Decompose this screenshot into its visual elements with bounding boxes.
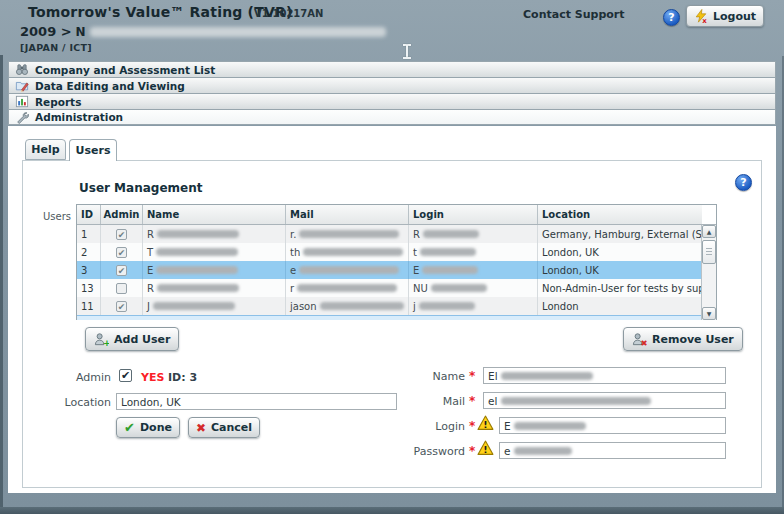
page-title: User Management bbox=[79, 181, 202, 195]
name-redacted bbox=[153, 302, 235, 310]
cross-icon: ✖ bbox=[196, 422, 206, 434]
login-value-redacted bbox=[514, 422, 586, 430]
admin-checkbox[interactable] bbox=[116, 283, 127, 294]
svg-text:!: ! bbox=[483, 419, 487, 430]
app-version: V1.10217AN bbox=[254, 8, 323, 19]
scroll-down-button[interactable]: ▼ bbox=[702, 307, 716, 320]
add-user-button[interactable]: + Add User bbox=[85, 327, 179, 351]
name-input[interactable]: El bbox=[483, 367, 726, 384]
name-redacted bbox=[156, 266, 238, 274]
accordion-administration[interactable]: Administration bbox=[8, 109, 776, 125]
location-cell: Non-Admin-User for tests by supp bbox=[538, 279, 702, 297]
mail-field-label: Mail bbox=[353, 395, 465, 408]
name-prefix: T bbox=[147, 247, 153, 258]
mail-prefix: e bbox=[290, 265, 296, 276]
cancel-button[interactable]: ✖ Cancel bbox=[188, 417, 260, 438]
column-header-name[interactable]: Name bbox=[143, 205, 286, 224]
svg-text:+: + bbox=[103, 337, 109, 347]
user-row-11[interactable]: 11✔JjasonjLondon bbox=[77, 297, 716, 315]
accordion-data-editing-and-viewing[interactable]: Data Editing and Viewing bbox=[8, 77, 776, 93]
accordion-label: Company and Assessment List bbox=[35, 64, 215, 76]
location-cell: London, UK bbox=[538, 261, 702, 279]
mail-input[interactable]: el bbox=[483, 392, 726, 409]
tab-help[interactable]: Help bbox=[25, 139, 66, 160]
scroll-up-button[interactable]: ▲ bbox=[702, 225, 716, 238]
mail-prefix: jason bbox=[290, 301, 317, 312]
column-header-id[interactable]: ID bbox=[77, 205, 101, 224]
breadcrumb-year[interactable]: 2009 > bbox=[20, 24, 72, 39]
check-icon: ✔ bbox=[124, 421, 135, 434]
panel-help-icon[interactable]: ? bbox=[735, 174, 752, 191]
window-edge-left bbox=[0, 55, 3, 508]
password-warning-icon: ! bbox=[477, 440, 494, 456]
admin-checkbox[interactable]: ✔ bbox=[116, 229, 127, 240]
user-row-3[interactable]: 3✔EeELondon, UK bbox=[77, 261, 716, 279]
column-header-spacer bbox=[702, 205, 716, 224]
login-redacted bbox=[423, 230, 479, 238]
login-prefix: E bbox=[413, 265, 419, 276]
name-prefix: E bbox=[147, 265, 153, 276]
svg-text:✖: ✖ bbox=[640, 338, 647, 347]
mail-redacted bbox=[297, 284, 397, 292]
mail-redacted bbox=[299, 266, 399, 274]
mail-cell: e bbox=[286, 261, 409, 279]
password-input[interactable]: e bbox=[499, 442, 726, 459]
user-id-cell: 1 bbox=[77, 225, 101, 243]
column-header-admin[interactable]: Admin bbox=[101, 205, 143, 224]
table-footer-strip bbox=[77, 315, 701, 320]
table-scrollbar[interactable]: ▲ ▼ bbox=[701, 225, 716, 320]
login-cell: j bbox=[409, 297, 538, 315]
company-name-redacted bbox=[90, 27, 386, 37]
logout-button[interactable]: x Logout bbox=[686, 5, 764, 27]
login-redacted bbox=[431, 284, 487, 292]
remove-user-label: Remove User bbox=[652, 333, 734, 346]
name-prefix: R bbox=[147, 283, 154, 294]
logout-label: Logout bbox=[713, 10, 756, 23]
contact-support-link[interactable]: Contact Support bbox=[523, 8, 625, 21]
text-cursor bbox=[403, 44, 411, 59]
company-name-prefix: N bbox=[76, 25, 86, 39]
login-prefix: R bbox=[413, 229, 420, 240]
record-id: ID: 3 bbox=[168, 371, 197, 384]
user-add-icon: + bbox=[94, 332, 109, 347]
location-cell: London bbox=[538, 297, 702, 315]
name-cell: J bbox=[143, 297, 286, 315]
column-header-mail[interactable]: Mail bbox=[286, 205, 409, 224]
svg-text:!: ! bbox=[483, 444, 487, 455]
login-prefix: j bbox=[413, 301, 416, 312]
column-header-location[interactable]: Location bbox=[538, 205, 702, 224]
app-window: Tomorrow's Value™ Rating (TVR) V1.10217A… bbox=[0, 0, 784, 514]
user-remove-icon: ✖ bbox=[632, 332, 647, 347]
name-cell: R bbox=[143, 225, 286, 243]
scroll-thumb[interactable] bbox=[702, 240, 716, 264]
help-icon[interactable]: ? bbox=[663, 9, 680, 26]
accordion-label: Reports bbox=[35, 96, 81, 108]
remove-user-button[interactable]: ✖ Remove User bbox=[623, 327, 743, 351]
mail-prefix: th bbox=[290, 247, 300, 258]
password-value-redacted bbox=[514, 447, 572, 455]
login-prefix: NU bbox=[413, 283, 428, 294]
done-button[interactable]: ✔ Done bbox=[116, 417, 180, 438]
user-row-1[interactable]: 1✔Rr.RGermany, Hamburg, External (Sup bbox=[77, 225, 716, 243]
admin-checkbox[interactable]: ✔ bbox=[116, 301, 127, 312]
admin-checkbox[interactable]: ✔ bbox=[116, 247, 127, 258]
admin-cell: ✔ bbox=[101, 225, 143, 243]
mail-cell: th bbox=[286, 243, 409, 261]
name-prefix: R bbox=[147, 229, 154, 240]
content-card: Help Users User Management ? Users IDAdm… bbox=[8, 126, 776, 493]
user-id-cell: 3 bbox=[77, 261, 101, 279]
users-grid-label: Users bbox=[43, 211, 71, 222]
tab-users[interactable]: Users bbox=[69, 139, 117, 161]
user-row-2[interactable]: 2✔TthtLondon, UK bbox=[77, 243, 716, 261]
login-input[interactable]: E bbox=[499, 417, 726, 434]
admin-cell: ✔ bbox=[101, 261, 143, 279]
admin-checkbox[interactable]: ✔ bbox=[116, 265, 127, 276]
accordion-reports[interactable]: Reports bbox=[8, 93, 776, 109]
accordion-company-and-assessment-list[interactable]: Company and Assessment List bbox=[8, 61, 776, 77]
admin-checkbox[interactable]: ✔ bbox=[119, 369, 132, 382]
column-header-login[interactable]: Login bbox=[409, 205, 538, 224]
user-row-13[interactable]: 13RrNUNon-Admin-User for tests by supp bbox=[77, 279, 716, 297]
admin-cell: ✔ bbox=[101, 243, 143, 261]
location-cell: Germany, Hamburg, External (Sup bbox=[538, 225, 702, 243]
login-redacted bbox=[420, 248, 476, 256]
